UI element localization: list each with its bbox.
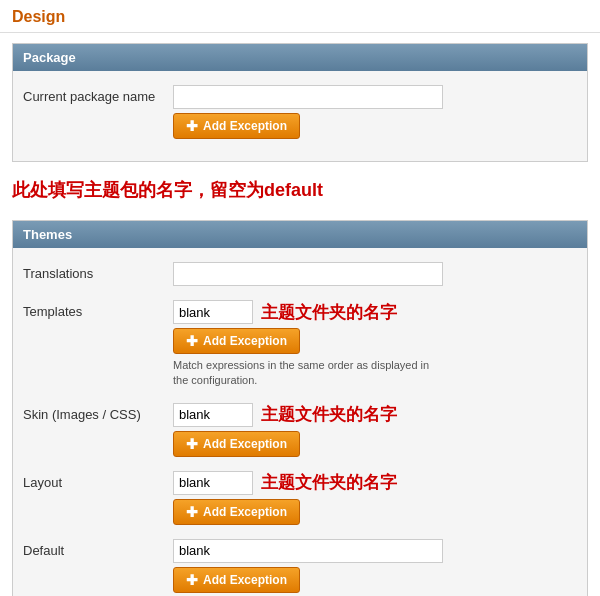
package-name-label: Current package name (23, 85, 173, 104)
default-add-exception-label: Add Exception (203, 573, 287, 587)
default-input[interactable] (173, 539, 443, 563)
translations-controls (173, 262, 577, 286)
layout-row: Layout 主题文件夹的名字 ✚ Add Exception (23, 467, 577, 529)
layout-label: Layout (23, 471, 173, 490)
skin-controls: 主题文件夹的名字 ✚ Add Exception (173, 403, 577, 457)
plus-icon: ✚ (186, 504, 198, 520)
templates-helper-text: Match expressions in the same order as d… (173, 358, 443, 389)
package-name-row: Current package name ✚ Add Exception (23, 81, 577, 143)
skin-chinese-label: 主题文件夹的名字 (261, 403, 397, 426)
plus-icon: ✚ (186, 436, 198, 452)
skin-input[interactable] (173, 403, 253, 427)
layout-input-group: 主题文件夹的名字 (173, 471, 577, 495)
skin-label: Skin (Images / CSS) (23, 403, 173, 422)
templates-input[interactable] (173, 300, 253, 324)
layout-input[interactable] (173, 471, 253, 495)
templates-controls: 主题文件夹的名字 ✚ Add Exception Match expressio… (173, 300, 577, 389)
package-add-exception-button[interactable]: ✚ Add Exception (173, 113, 300, 139)
templates-add-exception-button[interactable]: ✚ Add Exception (173, 328, 300, 354)
layout-add-exception-label: Add Exception (203, 505, 287, 519)
templates-label: Templates (23, 300, 173, 319)
plus-icon: ✚ (186, 333, 198, 349)
default-controls: ✚ Add Exception (173, 539, 577, 593)
themes-section: Themes Translations Templates 主题文件夹的名字 ✚… (12, 220, 588, 596)
translations-label: Translations (23, 262, 173, 281)
layout-chinese-label: 主题文件夹的名字 (261, 471, 397, 494)
package-section-body: Current package name ✚ Add Exception (13, 71, 587, 161)
layout-add-exception-button[interactable]: ✚ Add Exception (173, 499, 300, 525)
package-add-exception-label: Add Exception (203, 119, 287, 133)
page-title: Design (0, 0, 600, 33)
layout-controls: 主题文件夹的名字 ✚ Add Exception (173, 471, 577, 525)
skin-add-exception-label: Add Exception (203, 437, 287, 451)
package-section-header: Package (13, 44, 587, 71)
skin-add-exception-button[interactable]: ✚ Add Exception (173, 431, 300, 457)
skin-row: Skin (Images / CSS) 主题文件夹的名字 ✚ Add Excep… (23, 399, 577, 461)
default-add-exception-button[interactable]: ✚ Add Exception (173, 567, 300, 593)
templates-chinese-label: 主题文件夹的名字 (261, 301, 397, 324)
package-annotation: 此处填写主题包的名字，留空为default (0, 172, 600, 210)
package-name-input[interactable] (173, 85, 443, 109)
plus-icon: ✚ (186, 118, 198, 134)
themes-section-header: Themes (13, 221, 587, 248)
default-label: Default (23, 539, 173, 558)
templates-add-exception-label: Add Exception (203, 334, 287, 348)
translations-input[interactable] (173, 262, 443, 286)
plus-icon: ✚ (186, 572, 198, 588)
themes-section-body: Translations Templates 主题文件夹的名字 ✚ Add Ex… (13, 248, 587, 596)
package-name-controls: ✚ Add Exception (173, 85, 577, 139)
skin-input-group: 主题文件夹的名字 (173, 403, 577, 427)
default-row: Default ✚ Add Exception (23, 535, 577, 596)
templates-row: Templates 主题文件夹的名字 ✚ Add Exception Match… (23, 296, 577, 393)
templates-input-group: 主题文件夹的名字 (173, 300, 577, 324)
package-section: Package Current package name ✚ Add Excep… (12, 43, 588, 162)
translations-row: Translations (23, 258, 577, 290)
